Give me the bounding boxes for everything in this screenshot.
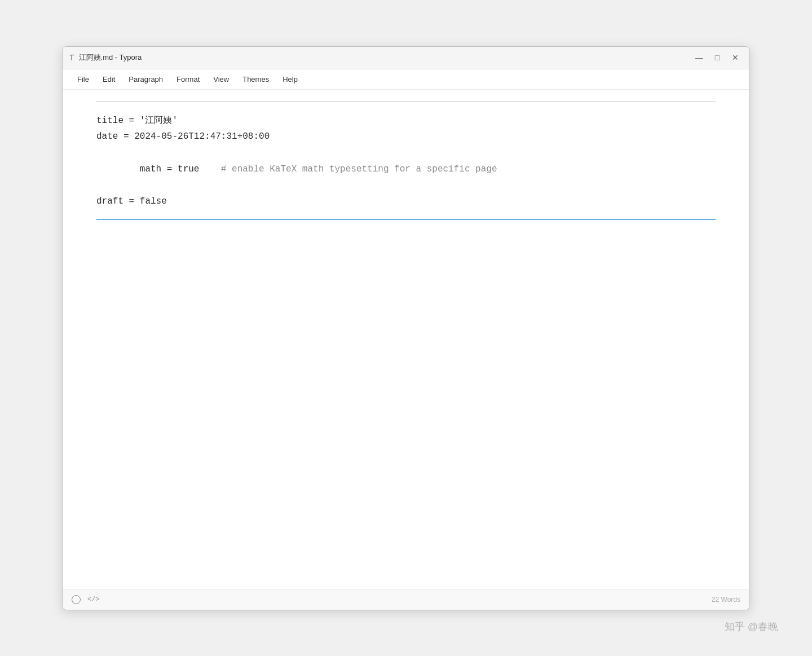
- frontmatter-line-4: draft = false: [96, 193, 716, 210]
- editor-area[interactable]: title = '江阿姨' date = 2024-05-26T12:47:31…: [63, 90, 749, 589]
- menu-format[interactable]: Format: [171, 73, 205, 86]
- watermark: 知乎 @春晚: [725, 620, 778, 633]
- menu-view[interactable]: View: [208, 73, 235, 86]
- frontmatter-top-divider: [96, 101, 716, 102]
- frontmatter-line-1: title = '江阿姨': [96, 113, 716, 129]
- status-circle-icon: [72, 595, 81, 604]
- status-bar: </> 22 Words: [63, 589, 749, 610]
- window-title: 江阿姨.md - Typora: [79, 52, 142, 63]
- frontmatter-line-3: math = true # enable KaTeX math typesett…: [96, 145, 716, 193]
- status-tag[interactable]: </>: [87, 596, 100, 604]
- menu-bar: File Edit Paragraph Format View Themes H…: [63, 69, 749, 90]
- window-controls: — □ ✕: [692, 50, 743, 65]
- minimize-button[interactable]: —: [692, 50, 707, 65]
- frontmatter-bottom-divider: [96, 219, 716, 220]
- menu-edit[interactable]: Edit: [97, 73, 121, 86]
- menu-paragraph[interactable]: Paragraph: [123, 73, 169, 86]
- frontmatter-content: title = '江阿姨' date = 2024-05-26T12:47:31…: [96, 113, 716, 210]
- status-left: </>: [72, 595, 100, 604]
- menu-themes[interactable]: Themes: [237, 73, 275, 86]
- close-button[interactable]: ✕: [728, 50, 743, 65]
- title-bar: T 江阿姨.md - Typora — □ ✕: [63, 47, 749, 69]
- frontmatter-math-comment: # enable KaTeX math typesetting for a sp…: [199, 164, 497, 174]
- menu-help[interactable]: Help: [277, 73, 303, 86]
- maximize-button[interactable]: □: [710, 50, 725, 65]
- word-count: 22 Words: [712, 596, 740, 604]
- title-bar-left: T 江阿姨.md - Typora: [69, 52, 142, 63]
- menu-file[interactable]: File: [72, 73, 95, 86]
- frontmatter-math-key: math = true: [140, 164, 200, 174]
- app-icon: T: [69, 53, 74, 62]
- main-window: T 江阿姨.md - Typora — □ ✕ File Edit Paragr…: [62, 46, 750, 610]
- frontmatter-line-2: date = 2024-05-26T12:47:31+08:00: [96, 129, 716, 145]
